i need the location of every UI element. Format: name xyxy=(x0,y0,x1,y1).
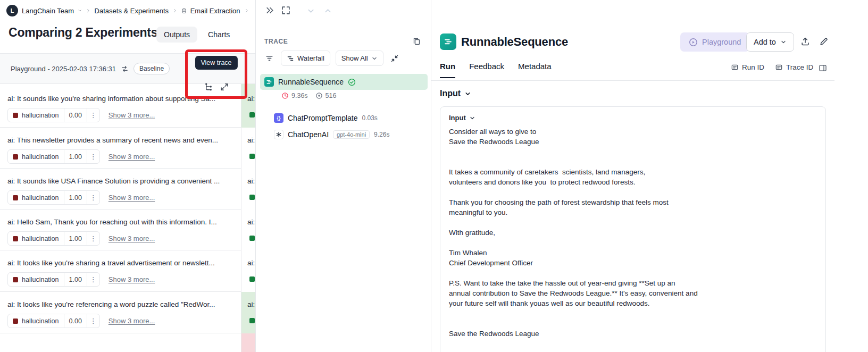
kebab-menu-icon[interactable]: ⋮ xyxy=(87,150,99,163)
trace-toolbar: Waterfall Show All xyxy=(263,51,400,66)
table-row[interactable]: ai: Hello Sam, Thank you for reaching ou… xyxy=(0,209,255,250)
feedback-badge[interactable]: hallucination 0.00 ⋮ xyxy=(7,314,100,328)
trace-node-chatprompttemplate[interactable]: {} ChatPromptTemplate 0.03s xyxy=(274,110,378,126)
expand-row-icon[interactable] xyxy=(220,82,229,91)
experiment2-cell[interactable] xyxy=(241,333,255,352)
hallucination-icon xyxy=(249,236,255,241)
tabs-divider xyxy=(431,80,834,81)
metric-score: 1.00 xyxy=(64,191,87,204)
table-row[interactable]: ai: It looks like you're sharing a trave… xyxy=(0,250,255,292)
copy-icon[interactable] xyxy=(412,37,421,45)
tab-outputs[interactable]: Outputs xyxy=(156,27,197,43)
hallucination-icon xyxy=(13,195,18,200)
view-trace-icon[interactable] xyxy=(204,82,213,91)
metric-score: 1.00 xyxy=(64,273,87,286)
collapse-drawer-icon[interactable] xyxy=(265,6,274,15)
experiment2-cell[interactable]: ai: xyxy=(241,250,255,292)
breadcrumb-dataset-name[interactable]: Email Extraction xyxy=(190,7,240,15)
metric-label: hallucination xyxy=(22,153,59,161)
table-row[interactable]: ai: It looks like you're referencing a w… xyxy=(0,292,255,333)
tab-charts[interactable]: Charts xyxy=(201,27,237,43)
feedback-badge[interactable]: hallucination 0.00 ⋮ xyxy=(7,108,100,122)
panel-icon xyxy=(819,64,827,72)
feedback-badge[interactable]: hallucination 1.00 ⋮ xyxy=(7,272,100,287)
swap-baseline-icon[interactable] xyxy=(121,65,129,73)
view-trace-annotation: View trace xyxy=(185,49,247,99)
output-preview-text: ai: It looks like you're referencing a w… xyxy=(7,300,236,308)
share-button[interactable] xyxy=(800,37,810,46)
show-more-link[interactable]: Show 3 more... xyxy=(108,275,155,283)
trace-id-label: Trace ID xyxy=(786,63,813,71)
experiment2-cell[interactable]: ai: xyxy=(241,169,255,209)
output-preview-text: ai: xyxy=(247,136,255,144)
run-title: RunnableSequence xyxy=(461,35,568,49)
playground-label: Playground xyxy=(702,38,741,46)
output-preview-text: ai: xyxy=(247,259,255,267)
output-preview-text: ai: It sounds like USA Finance Solution … xyxy=(7,177,236,185)
kebab-menu-icon[interactable]: ⋮ xyxy=(87,191,99,204)
table-row[interactable]: ai: It sounds like USA Finance Solution … xyxy=(0,169,255,209)
breadcrumb: L LangChain Team Datasets & Experiments … xyxy=(0,0,255,21)
fullscreen-icon[interactable] xyxy=(281,6,290,15)
waterfall-button[interactable]: Waterfall xyxy=(281,51,330,66)
row-hover-actions xyxy=(204,82,229,91)
input-section-heading[interactable]: Input xyxy=(440,89,471,98)
experiment2-cell[interactable]: ai: xyxy=(241,292,255,333)
table-row[interactable]: ai: This newsletter provides a summary o… xyxy=(0,128,255,169)
filter-button[interactable] xyxy=(263,52,276,64)
playground-button[interactable]: Playground xyxy=(680,32,749,52)
chevron-down-icon[interactable] xyxy=(307,7,315,15)
app-root: L LangChain Team Datasets & Experiments … xyxy=(0,0,868,352)
tab-run[interactable]: Run xyxy=(440,62,455,78)
show-more-link[interactable]: Show 3 more... xyxy=(108,153,155,161)
trace-node-name: ChatPromptTemplate xyxy=(288,114,358,122)
feedback-badge[interactable]: hallucination 1.00 ⋮ xyxy=(7,231,100,246)
upload-icon xyxy=(800,37,810,46)
output-preview-text: ai: This newsletter provides a summary o… xyxy=(7,136,236,144)
trace-node-chatopenai[interactable]: ChatOpenAI gpt-4o-mini 9.26s xyxy=(274,127,389,143)
add-to-button[interactable]: Add to xyxy=(746,32,794,52)
langchain-logo[interactable]: L xyxy=(6,5,18,16)
hallucination-icon xyxy=(249,112,255,118)
show-all-label: Show All xyxy=(341,54,368,62)
run-id-button[interactable]: Run ID xyxy=(731,63,764,71)
chevron-down-icon xyxy=(371,55,378,62)
kebab-menu-icon[interactable]: ⋮ xyxy=(87,314,99,328)
baseline-badge: Baseline xyxy=(133,63,170,74)
metric-score: 0.00 xyxy=(64,314,87,328)
breadcrumb-separator-icon xyxy=(244,7,249,14)
feedback-badge[interactable]: hallucination 1.00 ⋮ xyxy=(7,190,100,205)
edit-button[interactable] xyxy=(819,37,829,46)
experiment2-cell[interactable]: ai: xyxy=(241,209,255,250)
breadcrumb-datasets[interactable]: Datasets & Experiments xyxy=(95,7,169,15)
tab-feedback[interactable]: Feedback xyxy=(469,62,504,78)
show-more-link[interactable]: Show 3 more... xyxy=(108,317,155,325)
input-view-selector[interactable]: Input xyxy=(449,114,817,122)
duration-stat: 9.36s xyxy=(281,92,308,99)
breadcrumb-separator-icon xyxy=(86,7,90,14)
table-row-partial[interactable] xyxy=(0,333,255,352)
toggle-side-panel-button[interactable] xyxy=(819,64,827,72)
trace-id-button[interactable]: Trace ID xyxy=(775,63,813,71)
collapse-all-button[interactable] xyxy=(389,53,400,64)
kebab-menu-icon[interactable]: ⋮ xyxy=(87,108,99,122)
chevron-down-icon[interactable] xyxy=(78,7,82,14)
chevron-up-icon[interactable] xyxy=(324,7,332,15)
show-all-dropdown[interactable]: Show All xyxy=(336,51,383,66)
experiment2-cell[interactable]: ai: xyxy=(241,128,255,169)
detail-tabs: Run Feedback Metadata xyxy=(440,62,552,78)
trace-node-runnablesequence[interactable]: RunnableSequence xyxy=(260,74,428,90)
output-preview-text: ai: It looks like you're sharing a trave… xyxy=(7,259,236,267)
show-more-link[interactable]: Show 3 more... xyxy=(108,111,155,119)
kebab-menu-icon[interactable]: ⋮ xyxy=(87,232,99,245)
metric-score: 1.00 xyxy=(64,232,87,245)
tab-metadata[interactable]: Metadata xyxy=(518,62,552,78)
kebab-menu-icon[interactable]: ⋮ xyxy=(87,273,99,286)
feedback-badge[interactable]: hallucination 1.00 ⋮ xyxy=(7,149,100,164)
show-more-link[interactable]: Show 3 more... xyxy=(108,234,155,242)
breadcrumb-team[interactable]: LangChain Team xyxy=(22,7,74,15)
output-preview-text: ai: xyxy=(247,300,255,308)
breadcrumb-separator-icon xyxy=(172,7,177,14)
output-preview-text: ai: Hello Sam, Thank you for reaching ou… xyxy=(7,218,236,226)
show-more-link[interactable]: Show 3 more... xyxy=(108,194,155,202)
